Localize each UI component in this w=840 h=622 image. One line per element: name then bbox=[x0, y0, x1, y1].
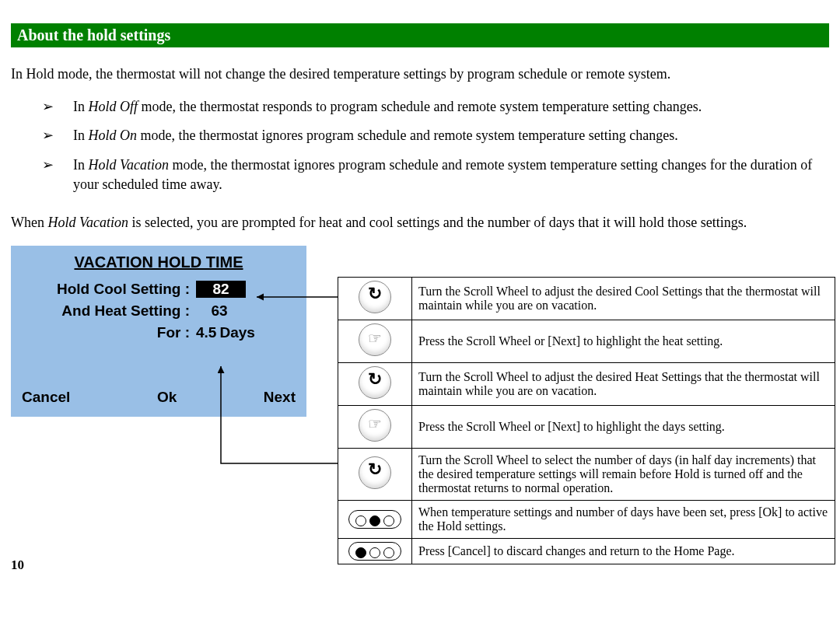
ok-button-icon bbox=[348, 510, 401, 529]
instruction-text: Press the Scroll Wheel or [Next] to high… bbox=[412, 320, 835, 363]
touch-icon bbox=[359, 323, 391, 356]
mode-name: Hold On bbox=[89, 128, 138, 143]
table-row: Turn the Scroll Wheel to adjust the desi… bbox=[338, 278, 835, 320]
heat-setting-value: 63 bbox=[196, 302, 243, 320]
list-item-text: mode, the thermostat ignores program sch… bbox=[73, 157, 812, 192]
list-item-text: mode, the thermostat ignores program sch… bbox=[137, 128, 678, 143]
text-fragment: When bbox=[11, 215, 47, 230]
instruction-text: When temperature settings and number of … bbox=[412, 501, 835, 539]
instruction-text: Turn the Scroll Wheel to adjust the desi… bbox=[412, 363, 835, 406]
thermostat-screen: VACATION HOLD TIME Hold Cool Setting : 8… bbox=[11, 246, 306, 417]
list-item: In Hold Off mode, the thermostat respond… bbox=[42, 97, 829, 117]
list-item-text: mode, the thermostat responds to program… bbox=[138, 99, 702, 114]
followup-paragraph: When Hold Vacation is selected, you are … bbox=[11, 213, 829, 232]
instruction-table: Turn the Scroll Wheel to adjust the desi… bbox=[338, 277, 835, 564]
table-row: Turn the Scroll Wheel to adjust the desi… bbox=[338, 363, 835, 406]
list-item: In Hold Vacation mode, the thermostat ig… bbox=[42, 156, 829, 194]
mode-name: Hold Vacation bbox=[89, 157, 170, 173]
touch-icon bbox=[359, 409, 391, 442]
rotate-icon bbox=[359, 281, 391, 313]
cool-setting-row: Hold Cool Setting : 82 bbox=[11, 281, 306, 298]
instruction-text: Press the Scroll Wheel or [Next] to high… bbox=[412, 406, 835, 449]
mode-name: Hold Off bbox=[89, 99, 138, 114]
instruction-text: Turn the Scroll Wheel to select the numb… bbox=[412, 449, 835, 501]
table-row: Press the Scroll Wheel or [Next] to high… bbox=[338, 320, 835, 363]
cool-setting-label: Hold Cool Setting : bbox=[11, 281, 196, 298]
heat-setting-row: And Heat Setting : 63 bbox=[11, 302, 306, 320]
mode-name: Hold Vacation bbox=[47, 215, 128, 230]
intro-paragraph: In Hold mode, the thermostat will not ch… bbox=[11, 65, 829, 83]
heat-setting-label: And Heat Setting : bbox=[11, 302, 196, 320]
rotate-icon bbox=[359, 366, 391, 399]
page-number: 10 bbox=[11, 557, 24, 573]
instruction-text: Press [Cancel] to discard changes and re… bbox=[412, 539, 835, 564]
duration-row: For : 4.5Days bbox=[11, 324, 306, 341]
duration-value: 4.5 bbox=[196, 324, 216, 341]
cool-setting-value: 82 bbox=[196, 281, 246, 298]
table-row: Press [Cancel] to discard changes and re… bbox=[338, 539, 835, 564]
hold-mode-list: In Hold Off mode, the thermostat respond… bbox=[11, 97, 829, 194]
cancel-button-icon bbox=[348, 542, 401, 561]
lcd-title: VACATION HOLD TIME bbox=[11, 246, 306, 271]
instruction-text: Turn the Scroll Wheel to adjust the desi… bbox=[412, 278, 835, 320]
table-row: When temperature settings and number of … bbox=[338, 501, 835, 539]
rotate-icon bbox=[359, 456, 391, 489]
table-row: Turn the Scroll Wheel to select the numb… bbox=[338, 449, 835, 501]
next-button[interactable]: Next bbox=[264, 389, 296, 406]
section-heading: About the hold settings bbox=[11, 23, 829, 47]
table-row: Press the Scroll Wheel or [Next] to high… bbox=[338, 406, 835, 449]
list-item: In Hold On mode, the thermostat ignores … bbox=[42, 126, 829, 145]
ok-button[interactable]: Ok bbox=[157, 389, 177, 406]
duration-label: For : bbox=[11, 324, 196, 341]
text-fragment: is selected, you are prompted for heat a… bbox=[128, 215, 747, 230]
duration-unit: Days bbox=[219, 324, 254, 341]
cancel-button[interactable]: Cancel bbox=[22, 389, 70, 406]
